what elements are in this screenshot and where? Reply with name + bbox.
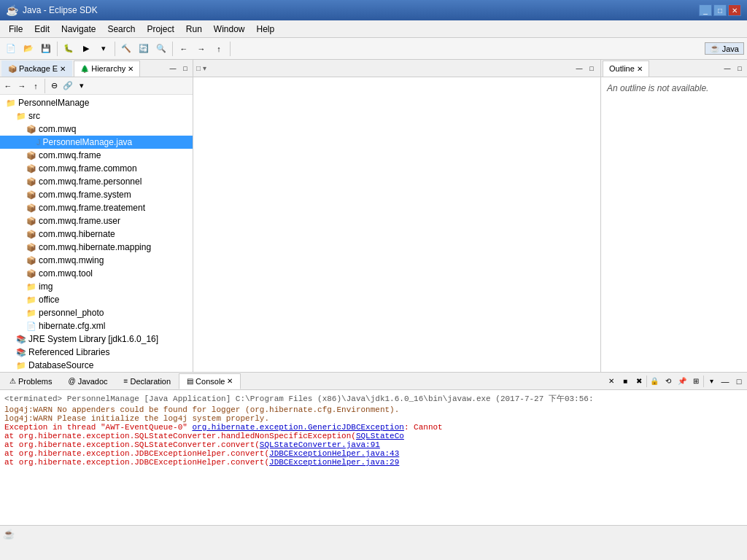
- maximize-button[interactable]: □: [713, 4, 727, 16]
- menu-edit[interactable]: Edit: [28, 23, 55, 36]
- minimize-button[interactable]: _: [699, 4, 712, 16]
- maximize-panel-button[interactable]: □: [179, 63, 191, 74]
- java-perspective-icon: ☕: [710, 44, 720, 53]
- debug-button[interactable]: 🐛: [61, 41, 77, 57]
- tree-item-label-10: com.mwq.hibernate: [39, 229, 115, 239]
- tree-item-19[interactable]: 📚 Referenced Libraries: [0, 346, 193, 359]
- menu-file[interactable]: File: [3, 23, 28, 36]
- tree-item-6[interactable]: 📦 com.mwq.frame.personnel: [0, 175, 193, 188]
- open-button[interactable]: 📂: [20, 41, 36, 57]
- clear-console-button[interactable]: ✕: [605, 375, 618, 388]
- build-button[interactable]: 🔨: [118, 41, 134, 57]
- menu-navigate[interactable]: Navigate: [55, 23, 101, 36]
- close-package-explorer-icon[interactable]: ✕: [60, 65, 66, 73]
- console-line-1: log4j:WARN No appenders could be found f…: [4, 405, 743, 414]
- console-line-7: at org.hibernate.exception.JDBCException…: [4, 458, 743, 467]
- toolbar-sep-2: [115, 42, 115, 56]
- tab-package-explorer[interactable]: 📦 Package E ✕: [1, 61, 72, 77]
- remove-launch-button[interactable]: ✖: [632, 375, 646, 388]
- menu-help[interactable]: Help: [251, 23, 281, 36]
- minimize-editor-button[interactable]: —: [573, 63, 585, 74]
- titlebar: ☕ Java - Eclipse SDK _ □ ✕: [0, 0, 747, 20]
- console-area[interactable]: <terminated> PersonnelManage [Java Appli…: [0, 390, 747, 525]
- open-console-button[interactable]: ⊞: [689, 375, 703, 388]
- menu-window[interactable]: Window: [208, 23, 251, 36]
- view-menu-button[interactable]: ▾: [75, 79, 88, 93]
- maximize-outline-button[interactable]: □: [734, 63, 746, 74]
- tree-item-5[interactable]: 📦 com.mwq.frame.common: [0, 162, 193, 175]
- refresh-button[interactable]: 🔄: [136, 41, 152, 57]
- perspective-java[interactable]: ☕ Java: [705, 42, 744, 55]
- tree-item-17[interactable]: 📄 hibernate.cfg.xml: [0, 319, 193, 332]
- exception-link-3[interactable]: SQLStateConverter.java:91: [260, 440, 380, 449]
- tree-item-3[interactable]: J PersonnelManage.java: [0, 136, 193, 149]
- scroll-lock-button[interactable]: 🔒: [648, 375, 661, 388]
- tree-item-0[interactable]: 📁 PersonnelManage: [0, 96, 193, 109]
- hierarchy-icon: 🌲: [80, 65, 89, 73]
- tree-item-9[interactable]: 📦 com.mwq.frame.user: [0, 214, 193, 228]
- run-button[interactable]: ▶: [78, 41, 94, 57]
- tree-item-7[interactable]: 📦 com.mwq.frame.system: [0, 188, 193, 201]
- exception-link-5[interactable]: JDBCExceptionHelper.java:29: [269, 458, 399, 467]
- tree-item-10[interactable]: 📦 com.mwq.hibernate: [0, 228, 193, 241]
- tree-item-icon-19: 📚: [16, 348, 26, 357]
- tab-javadoc[interactable]: @ Javadoc: [60, 373, 115, 389]
- tab-problems[interactable]: ⚠ Problems: [1, 373, 60, 389]
- javadoc-label: Javadoc: [78, 377, 108, 386]
- close-hierarchy-icon[interactable]: ✕: [128, 65, 133, 73]
- tree-item-18[interactable]: 📚 JRE System Library [jdk1.6.0_16]: [0, 332, 193, 346]
- minimize-console-button[interactable]: —: [719, 375, 732, 388]
- link-editor-button[interactable]: 🔗: [61, 79, 74, 93]
- tree-item-14[interactable]: 📁 img: [0, 280, 193, 293]
- word-wrap-button[interactable]: ⟲: [662, 375, 675, 388]
- tree-item-20[interactable]: 📁 DatabaseSource: [0, 359, 193, 372]
- pin-console-button[interactable]: 📌: [676, 375, 689, 388]
- forward-button[interactable]: →: [193, 41, 209, 57]
- exception-link-1[interactable]: org.hibernate.exception.GenericJDBCExcep…: [192, 423, 403, 432]
- menu-run[interactable]: Run: [180, 23, 208, 36]
- maximize-editor-button[interactable]: □: [586, 63, 597, 74]
- tree-item-8[interactable]: 📦 com.mwq.frame.treatement: [0, 201, 193, 214]
- tree-item-11[interactable]: 📦 com.mwq.hibernate.mapping: [0, 241, 193, 254]
- menu-search[interactable]: Search: [101, 23, 141, 36]
- search-btn[interactable]: 🔍: [153, 41, 169, 57]
- minimize-outline-button[interactable]: —: [721, 63, 733, 74]
- tree-item-1[interactable]: 📁 src: [0, 109, 193, 122]
- tab-declaration[interactable]: ≡ Declaration: [116, 373, 179, 389]
- forward-nav-button[interactable]: →: [15, 79, 28, 93]
- tree-item-13[interactable]: 📦 com.mwq.tool: [0, 267, 193, 280]
- up-nav-button[interactable]: ↑: [29, 79, 42, 93]
- console-view-menu-button[interactable]: ▾: [705, 375, 718, 388]
- console-line-3: Exception in thread "AWT-EventQueue-0" o…: [4, 423, 743, 432]
- tree-item-icon-2: 📦: [26, 125, 36, 134]
- tree-item-12[interactable]: 📦 com.mwq.mwing: [0, 254, 193, 267]
- tab-outline[interactable]: Outline ✕: [603, 61, 649, 77]
- close-outline-icon[interactable]: ✕: [637, 65, 643, 73]
- menu-project[interactable]: Project: [141, 23, 179, 36]
- tree-item-label-19: Referenced Libraries: [28, 347, 109, 357]
- new-button[interactable]: 📄: [3, 41, 19, 57]
- tree-item-16[interactable]: 📁 personnel_photo: [0, 306, 193, 319]
- save-button[interactable]: 💾: [38, 41, 54, 57]
- editor-area[interactable]: [193, 77, 600, 372]
- maximize-console-button[interactable]: □: [732, 375, 746, 388]
- exception-link-2[interactable]: SQLStateCo: [356, 432, 404, 440]
- up-button[interactable]: ↑: [211, 41, 227, 57]
- tree-item-4[interactable]: 📦 com.mwq.frame: [0, 149, 193, 162]
- exception-link-4[interactable]: JDBCExceptionHelper.java:43: [269, 449, 399, 458]
- tree-item-15[interactable]: 📁 office: [0, 293, 193, 306]
- tree-item-2[interactable]: 📦 com.mwq: [0, 122, 193, 136]
- back-nav-button[interactable]: ←: [1, 79, 15, 93]
- run-dropdown[interactable]: ▾: [96, 41, 112, 57]
- stop-button[interactable]: ■: [619, 375, 632, 388]
- collapse-all-button[interactable]: ⊖: [47, 79, 61, 93]
- tab-hierarchy[interactable]: 🌲 Hierarchy ✕: [74, 61, 140, 77]
- tree-item-label-16: personnel_photo: [39, 308, 104, 318]
- back-button[interactable]: ←: [176, 41, 192, 57]
- close-button[interactable]: ✕: [728, 4, 741, 16]
- close-console-icon[interactable]: ✕: [227, 377, 233, 385]
- minimize-panel-button[interactable]: —: [167, 63, 179, 74]
- tab-console[interactable]: ▤ Console ✕: [179, 373, 241, 389]
- editor-controls-left: □ ▾: [196, 64, 206, 72]
- tree-item-label-8: com.mwq.frame.treatement: [39, 203, 145, 213]
